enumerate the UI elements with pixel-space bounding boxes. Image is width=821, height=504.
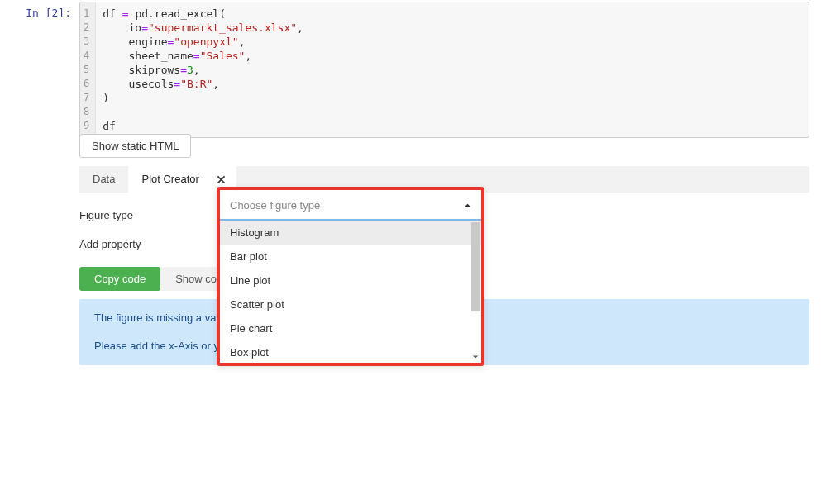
dropdown-option-scatter-plot[interactable]: Scatter plot xyxy=(220,292,481,316)
add-property-label: Add property xyxy=(79,238,220,250)
line-number: 6 xyxy=(84,77,89,91)
code-token: skiprows xyxy=(129,64,181,76)
code-token: 3 xyxy=(187,64,193,76)
line-number: 5 xyxy=(84,63,89,77)
code-token: read_excel xyxy=(155,7,219,20)
copy-code-button[interactable]: Copy code xyxy=(79,267,160,291)
line-number: 9 xyxy=(84,119,89,133)
code-token: = xyxy=(174,78,180,90)
code-token: = xyxy=(141,21,148,34)
dropdown-option-pie-chart[interactable]: Pie chart xyxy=(220,316,481,340)
show-static-html-button[interactable]: Show static HTML xyxy=(79,134,191,158)
code-token: "B:R" xyxy=(180,78,212,90)
dropdown-option-line-plot[interactable]: Line plot xyxy=(220,269,481,292)
code-token: ) xyxy=(103,92,109,104)
dropdown-scrollbar[interactable] xyxy=(471,222,480,361)
code-token: ( xyxy=(219,7,226,20)
code-gutter: 1 2 3 4 5 6 7 8 9 xyxy=(80,2,96,137)
figure-type-dropdown[interactable]: Choose figure type Histogram Bar plot Li… xyxy=(217,187,484,366)
code-token: pd xyxy=(135,7,148,20)
code-token: = xyxy=(180,64,187,76)
code-token: io xyxy=(129,21,142,34)
code-token: , xyxy=(239,36,246,48)
line-number: 7 xyxy=(84,91,89,105)
dropdown-option-histogram[interactable]: Histogram xyxy=(220,221,481,245)
line-number: 1 xyxy=(84,7,89,21)
code-token: usecols xyxy=(129,78,174,90)
chevron-up-icon xyxy=(464,199,471,212)
code-token: , xyxy=(297,21,303,34)
code-token: df xyxy=(103,120,116,132)
code-token: "supermarkt_sales.xlsx" xyxy=(148,21,297,34)
code-token: "Sales" xyxy=(200,50,246,62)
figure-type-label: Figure type xyxy=(79,209,220,221)
code-token: , xyxy=(212,78,219,90)
code-cell[interactable]: 1 2 3 4 5 6 7 8 9 df = pd.read_excel( io… xyxy=(79,2,809,138)
dropdown-list: Histogram Bar plot Line plot Scatter plo… xyxy=(220,221,481,363)
code-token: "openpyxl" xyxy=(174,36,238,48)
code-body[interactable]: df = pd.read_excel( io="supermarkt_sales… xyxy=(96,2,310,137)
code-token: = xyxy=(193,50,200,62)
line-number: 8 xyxy=(84,105,89,119)
chevron-down-icon[interactable] xyxy=(471,353,480,361)
cell-prompt: In [2]: xyxy=(0,7,79,19)
line-number: 3 xyxy=(84,35,89,49)
tab-data[interactable]: Data xyxy=(79,166,128,193)
dropdown-option-bar-plot[interactable]: Bar plot xyxy=(220,245,481,269)
code-token: = xyxy=(122,7,129,20)
dropdown-placeholder: Choose figure type xyxy=(230,199,320,212)
line-number: 2 xyxy=(84,21,89,35)
dropdown-option-box-plot[interactable]: Box plot xyxy=(220,340,481,363)
tab-plot-creator[interactable]: Plot Creator xyxy=(128,166,212,193)
close-icon xyxy=(216,174,227,185)
line-number: 4 xyxy=(84,49,89,63)
code-token: , xyxy=(193,64,200,76)
scrollbar-thumb[interactable] xyxy=(471,222,480,311)
code-token: engine xyxy=(129,36,168,48)
code-token: df xyxy=(103,7,116,20)
code-token: , xyxy=(245,50,251,62)
dropdown-head[interactable]: Choose figure type xyxy=(220,190,481,221)
code-token: sheet_name xyxy=(129,50,193,62)
code-token: . xyxy=(148,7,155,20)
